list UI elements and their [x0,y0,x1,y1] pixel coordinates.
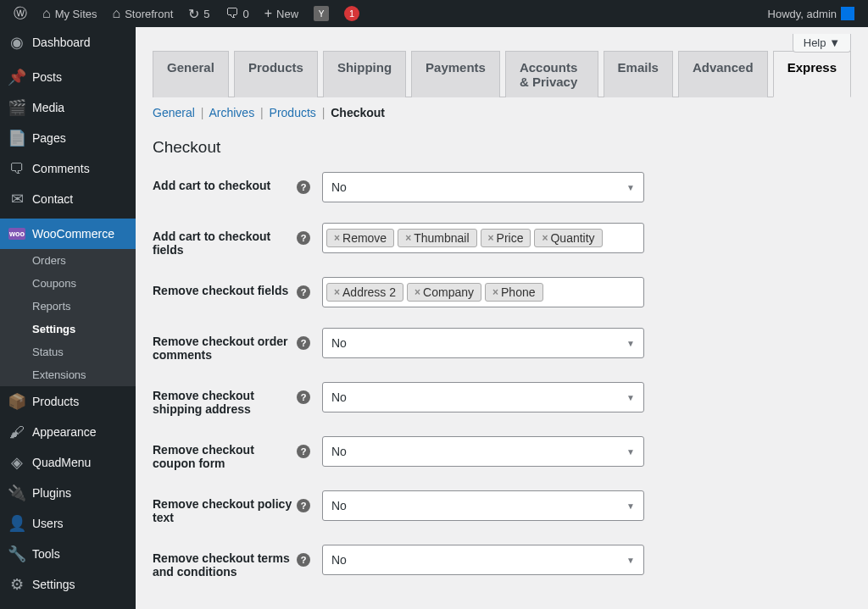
tag[interactable]: ×Remove [326,229,394,247]
chevron-down-icon: ▼ [626,556,635,565]
users-icon: 👤 [8,515,25,532]
updates-count: 5 [203,8,209,20]
yoast-button[interactable]: Y [307,0,336,27]
sidebar-item-users[interactable]: 👤Users [0,508,136,539]
tab-products[interactable]: Products [234,51,318,97]
sidebar-item-label: Media [32,101,64,114]
settings-form: Add cart to checkout ? No▼ Add cart to c… [153,172,851,579]
help-icon[interactable]: ? [297,445,310,458]
breadcrumb-products[interactable]: Products [270,106,316,119]
sidebar-item-appearance[interactable]: 🖌Appearance [0,417,136,447]
row-remove-terms: Remove checkout terms and conditions ? N… [153,545,851,579]
close-icon[interactable]: × [334,286,340,298]
help-tab[interactable]: Help ▼ [793,34,851,53]
sidebar-item-label: Dashboard [32,36,91,49]
tab-advanced[interactable]: Advanced [678,51,768,97]
tag[interactable]: ×Quantity [534,229,602,247]
submenu-item-coupons[interactable]: Coupons [0,272,136,295]
site-name-label: Storefront [125,8,173,20]
updates-button[interactable]: ↻5 [181,0,216,27]
plus-icon: + [264,6,272,21]
site-name-button[interactable]: ⌂Storefront [106,0,181,27]
label-remove-comments: Remove checkout order comments [153,328,297,362]
breadcrumb-archives[interactable]: Archives [209,106,254,119]
comments-button[interactable]: 🗨0 [219,0,256,27]
sidebar-item-label: Plugins [32,486,71,500]
tag-label: Remove [342,231,387,245]
tag[interactable]: ×Phone [485,283,543,302]
help-icon[interactable]: ? [297,553,310,567]
help-icon[interactable]: ? [297,231,310,245]
help-icon[interactable]: ? [297,390,310,404]
tag-label: Quantity [550,231,594,245]
mail-icon: ✉ [8,191,25,208]
close-icon[interactable]: × [415,286,420,298]
close-icon[interactable]: × [488,232,494,244]
submenu-item-extensions[interactable]: Extensions [0,363,136,386]
close-icon[interactable]: × [334,232,340,244]
sidebar-item-products[interactable]: 📦Products [0,386,136,417]
wp-logo[interactable]: ⓦ [7,0,34,27]
avatar [841,7,854,20]
comment-icon: 🗨 [8,160,25,177]
sidebar-item-posts[interactable]: 📌Posts [0,62,136,92]
sidebar-item-dashboard[interactable]: ◉Dashboard [0,27,136,58]
close-icon[interactable]: × [542,232,548,244]
help-icon[interactable]: ? [297,180,310,194]
sidebar-item-quadmenu[interactable]: ◈QuadMenu [0,447,136,478]
tab-accounts-privacy[interactable]: Accounts & Privacy [505,51,598,97]
sidebar-item-contact[interactable]: ✉Contact [0,184,136,214]
account-button[interactable]: Howdy, admin [761,0,861,27]
dashboard-icon: ◉ [8,34,25,51]
new-button[interactable]: +New [258,0,305,27]
select-remove-shipping[interactable]: No▼ [322,382,644,412]
yoast-icon: Y [314,6,329,21]
submenu-item-status[interactable]: Status [0,340,136,363]
sidebar-item-tools[interactable]: 🔧Tools [0,539,136,569]
label-remove-coupon: Remove checkout coupon form [153,436,297,470]
submenu-item-settings[interactable]: Settings [0,318,136,340]
close-icon[interactable]: × [492,286,498,298]
content-area: Help ▼ GeneralProductsShippingPaymentsAc… [136,27,868,609]
sidebar-item-plugins[interactable]: 🔌Plugins [0,478,136,508]
sidebar-item-label: Products [32,395,79,408]
select-remove-terms[interactable]: No▼ [322,545,644,575]
select-remove-comments[interactable]: No▼ [322,328,644,358]
breadcrumb-general[interactable]: General [153,106,195,119]
close-icon[interactable]: × [405,232,411,244]
submenu: OrdersCouponsReportsSettingsStatusExtens… [0,249,136,386]
select-remove-policy[interactable]: No▼ [322,490,644,521]
tag[interactable]: ×Company [407,283,481,302]
comments-count: 0 [243,8,249,20]
sidebar-item-settings[interactable]: ⚙Settings [0,569,136,600]
tab-express[interactable]: Express [773,51,851,97]
my-sites-label: My Sites [55,8,97,20]
tag-label: Address 2 [342,285,396,299]
tab-payments[interactable]: Payments [411,51,500,97]
notifications-button[interactable]: 1 [337,0,366,27]
tab-emails[interactable]: Emails [604,51,673,97]
my-sites-button[interactable]: ⌂My Sites [36,0,104,27]
tab-shipping[interactable]: Shipping [323,51,406,97]
select-add-cart[interactable]: No▼ [322,172,644,202]
sidebar-item-pages[interactable]: 📄Pages [0,123,136,153]
help-icon[interactable]: ? [297,499,310,512]
help-icon[interactable]: ? [297,285,310,299]
sidebar-item-woocommerce[interactable]: wooWooCommerce [0,219,136,249]
tag[interactable]: ×Address 2 [326,283,403,302]
home-icon: ⌂ [113,6,121,21]
tab-general[interactable]: General [153,51,229,97]
select-remove-coupon[interactable]: No▼ [322,436,644,467]
tag[interactable]: ×Thumbnail [398,229,476,247]
multiselect-remove-fields[interactable]: ×Address 2×Company×Phone [322,277,644,307]
submenu-item-reports[interactable]: Reports [0,295,136,318]
tag[interactable]: ×Price [481,229,531,247]
multiselect-add-cart-fields[interactable]: ×Remove×Thumbnail×Price×Quantity [322,223,644,253]
tag-label: Thumbnail [414,231,469,245]
help-icon[interactable]: ? [297,336,310,350]
sidebar-item-comments[interactable]: 🗨Comments [0,153,136,184]
submenu-item-orders[interactable]: Orders [0,249,136,272]
product-icon: 📦 [8,393,25,410]
tag-label: Company [423,285,474,299]
sidebar-item-media[interactable]: 🎬Media [0,92,136,123]
